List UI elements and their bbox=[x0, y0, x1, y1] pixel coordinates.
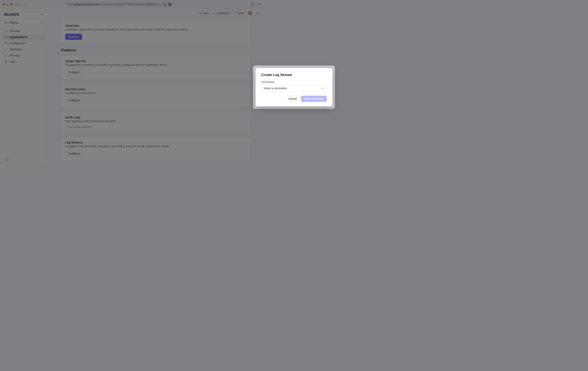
create-log-stream-modal: Create Log Stream Destination Select a d… bbox=[255, 68, 263, 106]
modal-backdrop-frame: Create Log Stream Destination Select a d… bbox=[253, 65, 263, 109]
modal-title: Create Log Stream bbox=[261, 73, 263, 77]
destination-label: Destination bbox=[261, 80, 263, 84]
destination-select[interactable]: Select a destination bbox=[261, 85, 263, 92]
modal-overlay[interactable]: Create Log Stream Destination Select a d… bbox=[0, 0, 263, 166]
modal-actions: Cancel Save connection bbox=[261, 96, 263, 102]
